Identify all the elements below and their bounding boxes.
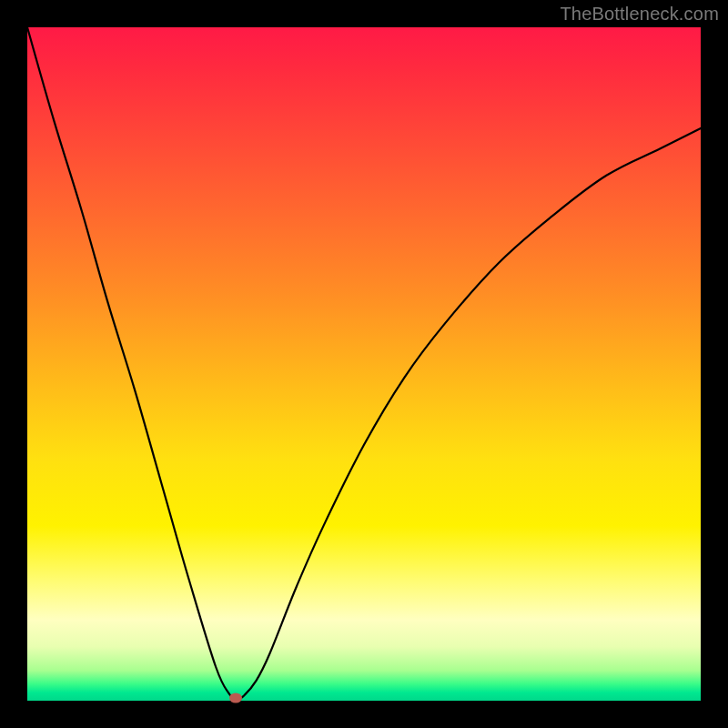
chart-frame: TheBottleneck.com	[0, 0, 728, 728]
plot-area	[27, 27, 701, 701]
watermark-text: TheBottleneck.com	[560, 4, 719, 25]
optimal-point-marker	[229, 693, 242, 703]
bottleneck-curve	[27, 27, 701, 701]
